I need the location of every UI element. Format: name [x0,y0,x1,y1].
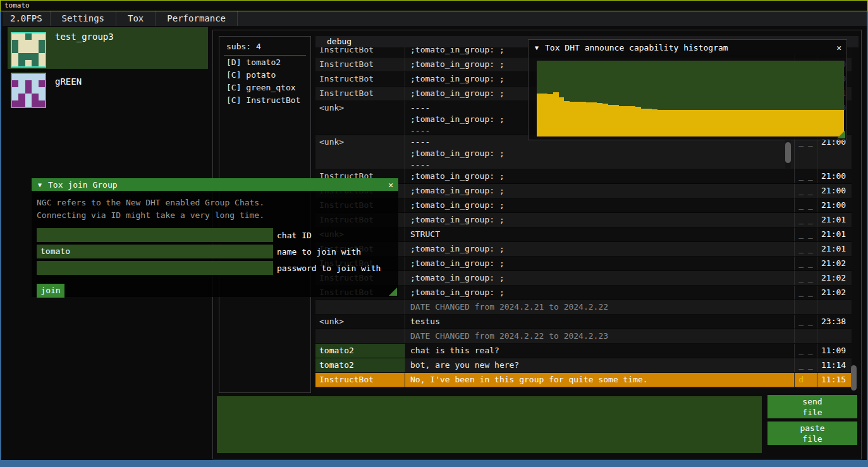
member-list-item[interactable]: [C] potato [219,68,310,81]
join-password-field[interactable] [37,261,273,275]
histogram-bar [625,106,630,136]
join-group-title: Tox join Group [48,180,118,190]
paste-file-button[interactable]: paste file [767,422,857,445]
member-list: [D] tomato2[C] potato[C] green_qtox[C] I… [219,56,310,106]
chat-id-label: chat ID [273,231,312,240]
histogram-bar [745,110,751,136]
message-status [794,300,817,314]
histogram-bar [602,104,608,136]
message-status: __ [794,213,817,227]
date-changed-row: DATE CHANGED from 2024.2.22 to 2024.2.23 [315,329,852,344]
histogram-bar [674,110,680,136]
histogram-bar [663,110,668,136]
histogram-bar [750,110,756,136]
histogram-bar [712,110,718,136]
message-time: 11:09 [817,344,852,358]
message-status: __ [794,135,817,171]
histogram-bar [695,110,701,136]
collapse-icon[interactable]: ▼ [38,181,42,188]
chat-scrollbar-thumb[interactable] [851,365,857,391]
message-time: 21:00 [817,184,852,198]
message-status: __ [794,227,817,241]
message-cell-scrollbar-thumb[interactable] [785,142,791,163]
histogram-bar [608,105,614,136]
histogram-bar [828,110,833,136]
join-name-field[interactable]: tomato [37,245,273,258]
member-list-item[interactable]: [D] tomato2 [219,56,310,68]
sender-name: <unk> [315,135,405,171]
sidebar-group-gREEN[interactable]: gREEN [8,72,208,109]
histogram-bar [652,109,657,136]
dht-histogram-titlebar[interactable]: ▼ Tox DHT announce capability histogram … [529,40,847,55]
message-text: ;tomato_in_group: ; [405,286,794,300]
paste-file-button-line1: paste [767,423,857,434]
histogram-bar [690,110,696,136]
message-text: ;tomato_in_group: ; [405,184,794,198]
message-text: testus [405,315,794,329]
ngc-description-line1: NGC refers to the New DHT enabled Group … [32,191,398,209]
message-text: DATE CHANGED from 2024.2.21 to 2024.2.22 [405,300,794,314]
menu-item-tox[interactable]: Tox [116,11,156,26]
dht-histogram-title: Tox DHT announce capability histogram [545,43,728,52]
collapse-icon[interactable]: ▼ [535,44,539,51]
menu-item-performance[interactable]: Performance [156,11,238,26]
histogram-bar [783,110,789,136]
sender-name: <unk> [315,101,405,136]
message-time: 23:38 [817,315,852,329]
message-text: ;tomato_in_group: ; [405,213,794,227]
send-file-button[interactable]: send file [767,395,857,418]
message-text: No, I've been in this group for quite so… [405,373,794,387]
member-list-item[interactable]: [C] InstructBot [219,94,310,106]
message-text: STRUCT [405,227,794,241]
histogram-bar [619,106,625,136]
histogram-bar [822,110,828,136]
menu-item-settings[interactable]: Settings [51,11,116,26]
paste-file-button-line2: file [767,434,857,444]
window-titlebar[interactable]: tomato [0,0,868,11]
message-status: __ [794,358,817,372]
date-changed-row: DATE CHANGED from 2024.2.21 to 2024.2.22 [315,300,852,315]
histogram-bar [740,110,745,136]
message-input[interactable] [217,396,762,453]
histogram-bar [679,110,685,136]
message-time [817,300,852,314]
histogram-bar [547,94,553,136]
subs-count-label: subs: 4 [219,37,310,55]
sidebar-group-test_group3[interactable]: test_group3 [8,27,208,69]
menu-bar: 2.0FPS SettingsToxPerformance [3,11,867,26]
histogram-bar [597,103,602,136]
chat-id-field[interactable] [37,228,273,242]
histogram-bar [537,94,542,136]
close-icon[interactable]: ✕ [836,43,841,52]
histogram-bar [805,110,811,136]
message-text: DATE CHANGED from 2024.2.22 to 2024.2.23 [405,329,794,343]
close-icon[interactable]: ✕ [388,180,393,190]
chat-message-row: <unk>----;tomato_in_group: ;----__21:00 [315,135,852,169]
member-list-item[interactable]: [C] green_qtox [219,81,310,94]
histogram-bar [575,102,581,136]
message-text: bot, are you new here? [405,358,794,372]
histogram-bar [613,105,619,136]
histogram-bar [756,110,762,136]
resize-grip-icon[interactable] [837,130,845,138]
dht-histogram-plot [537,61,844,136]
message-time: 21:00 [817,169,852,183]
message-status: __ [794,184,817,198]
join-button[interactable]: join [37,284,64,298]
histogram-bar [657,110,663,136]
message-status: __ [794,257,817,270]
resize-grip-icon[interactable] [389,288,397,296]
ngc-description-line2: Connecting via ID might take a very long… [32,209,398,222]
message-text: ;tomato_in_group: ; [405,198,794,212]
message-time [817,329,852,343]
message-time: 21:00 [817,198,852,212]
sender-name: InstructBot [315,72,405,86]
message-status: d_ [794,373,817,387]
message-time: 21:02 [817,257,852,270]
join-group-titlebar[interactable]: ▼ Tox join Group ✕ [32,178,398,191]
group-label: gREEN [46,72,82,109]
histogram-bar [646,109,652,136]
sender-name [315,300,405,314]
message-text: ;tomato_in_group: ; [405,271,794,285]
app-window: 2.0FPS SettingsToxPerformance test_group… [0,0,868,467]
